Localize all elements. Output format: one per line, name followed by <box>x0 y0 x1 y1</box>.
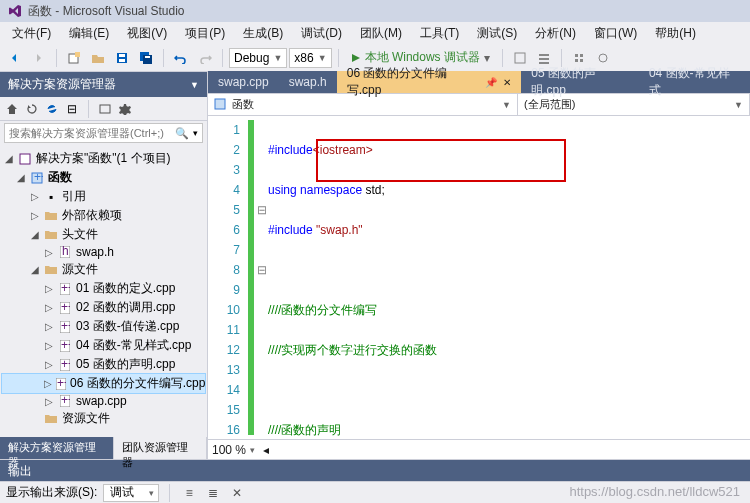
headers-node[interactable]: ◢头文件 <box>2 225 205 244</box>
doc-tab[interactable]: 05 函数的声明.cpp <box>521 71 639 93</box>
doc-tab[interactable]: swap.h <box>279 71 337 93</box>
output-source-value: 调试 <box>110 484 134 501</box>
close-icon[interactable]: ✕ <box>503 77 511 88</box>
code-editor[interactable]: 12345678910111213141516 ⊟⊟ #include<iost… <box>208 116 750 439</box>
title-bar: 函数 - Microsoft Visual Studio <box>0 0 750 22</box>
file-node[interactable]: ▷++02 函数的调用.cpp <box>2 298 205 317</box>
file-node[interactable]: ▷++03 函数-值传递.cpp <box>2 317 205 336</box>
node-label: 解决方案"函数"(1 个项目) <box>36 150 171 167</box>
member-label: (全局范围) <box>524 97 575 112</box>
file-node[interactable]: ▷++01 函数的定义.cpp <box>2 279 205 298</box>
menu-build[interactable]: 生成(B) <box>235 23 291 44</box>
tab-label: swap.cpp <box>218 75 269 89</box>
open-button[interactable] <box>87 47 109 69</box>
properties-icon[interactable] <box>117 101 133 117</box>
menu-edit[interactable]: 编辑(E) <box>61 23 117 44</box>
nav-forward-button[interactable] <box>28 47 50 69</box>
refs-node[interactable]: ▷▪引用 <box>2 187 205 206</box>
home-icon[interactable] <box>4 101 20 117</box>
output-icon[interactable]: ≣ <box>204 484 222 502</box>
file-node[interactable]: ▷++swap.cpp <box>2 393 205 409</box>
cpp-file-icon: ++ <box>56 377 66 391</box>
menu-view[interactable]: 视图(V) <box>119 23 175 44</box>
menu-help[interactable]: 帮助(H) <box>647 23 704 44</box>
pin-icon[interactable]: 📌 <box>485 77 497 88</box>
menu-project[interactable]: 项目(P) <box>177 23 233 44</box>
tab-solution-explorer[interactable]: 解决方案资源管理器 <box>0 437 114 459</box>
sources-node[interactable]: ◢源文件 <box>2 260 205 279</box>
toolbar-separator <box>561 49 562 67</box>
file-node[interactable]: ▷hswap.h <box>2 244 205 260</box>
menu-team[interactable]: 团队(M) <box>352 23 410 44</box>
menu-tools[interactable]: 工具(T) <box>412 23 467 44</box>
node-label: 引用 <box>62 188 86 205</box>
menu-debug[interactable]: 调试(D) <box>293 23 350 44</box>
output-source-combo[interactable]: 调试 ▾ <box>103 484 159 502</box>
code-content[interactable]: #include<iostream> using namespace std; … <box>268 116 750 439</box>
solution-node[interactable]: ◢解决方案"函数"(1 个项目) <box>2 149 205 168</box>
collapse-icon[interactable]: ⊟ <box>64 101 80 117</box>
output-clear-icon[interactable]: ✕ <box>228 484 246 502</box>
file-node[interactable]: ▷++05 函数的声明.cpp <box>2 355 205 374</box>
menu-file[interactable]: 文件(F) <box>4 23 59 44</box>
editor-area: swap.cpp swap.h 06 函数的分文件编写.cpp📌✕ 05 函数的… <box>208 72 750 459</box>
extdep-node[interactable]: ▷外部依赖项 <box>2 206 205 225</box>
solution-tree: ◢解决方案"函数"(1 个项目) ◢++函数 ▷▪引用 ▷外部依赖项 ◢头文件 … <box>0 145 207 437</box>
refresh-icon[interactable] <box>24 101 40 117</box>
show-all-icon[interactable] <box>97 101 113 117</box>
config-combo[interactable]: Debug▼ <box>229 48 287 68</box>
doc-tab[interactable]: swap.cpp <box>208 71 279 93</box>
panel-dropdown-icon[interactable]: ▼ <box>190 80 199 90</box>
new-project-button[interactable] <box>63 47 85 69</box>
toolbar-separator <box>222 49 223 67</box>
node-label: 06 函数的分文件编写.cpp <box>70 375 205 392</box>
zoom-level[interactable]: 100 % <box>212 443 246 457</box>
document-tabs: swap.cpp swap.h 06 函数的分文件编写.cpp📌✕ 05 函数的… <box>208 72 750 94</box>
platform-combo[interactable]: x86▼ <box>289 48 331 68</box>
sync-icon[interactable] <box>44 101 60 117</box>
toolbar-icon[interactable] <box>509 47 531 69</box>
menu-window[interactable]: 窗口(W) <box>586 23 645 44</box>
member-combo[interactable]: (全局范围) ▼ <box>518 94 750 115</box>
doc-tab[interactable]: 04 函数-常见样式 <box>639 71 750 93</box>
start-debug-button[interactable]: 本地 Windows 调试器 ▾ <box>345 49 496 66</box>
svg-rect-1 <box>75 52 80 57</box>
node-label: 01 函数的定义.cpp <box>76 280 175 297</box>
menu-analyze[interactable]: 分析(N) <box>527 23 584 44</box>
zoom-bar: 100 % ▾ ◂ <box>208 439 750 459</box>
resources-node[interactable]: 资源文件 <box>2 409 205 428</box>
svg-text:++: ++ <box>61 359 70 371</box>
node-label: 头文件 <box>62 226 98 243</box>
chevron-down-icon: ▾ <box>484 51 490 65</box>
undo-button[interactable] <box>170 47 192 69</box>
toolbar-separator <box>163 49 164 67</box>
output-panel-title: 输出 <box>0 459 750 481</box>
sidebar-bottom-tabs: 解决方案资源管理器 团队资源管理器 <box>0 437 207 459</box>
chevron-down-icon[interactable]: ▾ <box>250 445 255 455</box>
save-button[interactable] <box>111 47 133 69</box>
doc-tab-active[interactable]: 06 函数的分文件编写.cpp📌✕ <box>337 71 522 93</box>
redo-button[interactable] <box>194 47 216 69</box>
search-input[interactable] <box>9 127 175 139</box>
cpp-file-icon: ++ <box>58 339 72 353</box>
file-node[interactable]: ▷++04 函数-常见样式.cpp <box>2 336 205 355</box>
tab-label: swap.h <box>289 75 327 89</box>
project-node[interactable]: ◢++函数 <box>2 168 205 187</box>
svg-text:++: ++ <box>61 395 70 407</box>
tab-team-explorer[interactable]: 团队资源管理器 <box>114 437 207 459</box>
file-node-selected[interactable]: ▷++06 函数的分文件编写.cpp <box>2 374 205 393</box>
save-all-button[interactable] <box>135 47 157 69</box>
toolbar-separator <box>88 100 89 118</box>
project-icon: ++ <box>30 171 44 185</box>
output-icon[interactable]: ≡ <box>180 484 198 502</box>
node-label: swap.cpp <box>76 394 127 408</box>
chevron-down-icon: ▾ <box>149 488 154 498</box>
solution-search[interactable]: 🔍 ▾ <box>4 123 203 143</box>
nav-back-button[interactable] <box>4 47 26 69</box>
node-label: 04 函数-常见样式.cpp <box>76 337 191 354</box>
menu-test[interactable]: 测试(S) <box>469 23 525 44</box>
scroll-left-icon[interactable]: ◂ <box>263 443 269 457</box>
scope-combo[interactable]: 函数 ▼ <box>208 94 518 115</box>
fold-column[interactable]: ⊟⊟ <box>256 116 268 439</box>
window-title: 函数 - Microsoft Visual Studio <box>28 3 185 20</box>
